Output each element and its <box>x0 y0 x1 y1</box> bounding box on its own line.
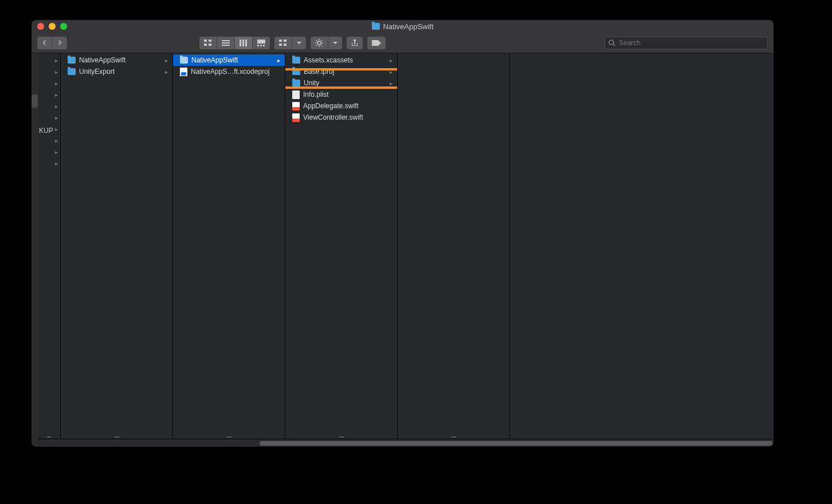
list-item[interactable]: AppDelegate.swift <box>285 100 397 112</box>
column-resize-handle[interactable] <box>227 436 231 438</box>
list-item[interactable]: Unity▸ <box>285 77 397 89</box>
list-item[interactable]: ▸ <box>38 112 60 123</box>
action-button[interactable] <box>311 37 328 49</box>
item-label: Assets.xcassets <box>304 56 386 64</box>
chevron-right-icon: ▸ <box>165 69 168 75</box>
sidebar-tag-yellow[interactable]: Yellow <box>32 273 38 286</box>
folder-icon <box>292 80 300 86</box>
sidebar-tag-red[interactable]: Red <box>32 313 38 326</box>
list-item[interactable]: Info.plist <box>285 89 397 100</box>
sidebar-item-home[interactable]: niels <box>32 81 38 94</box>
column-1[interactable]: NativeAppSwift▸ UnityExport▸ <box>61 53 173 439</box>
back-button[interactable] <box>37 37 52 49</box>
list-item[interactable]: NativeAppS…ft.xcodeproj <box>173 66 285 77</box>
sidebar-tag-orange[interactable]: Orange <box>32 286 38 300</box>
item-label: AppDelegate.swift <box>303 102 393 110</box>
sidebar-item-applications[interactable]: Applications <box>32 121 38 134</box>
content-area: Favourites Recents niels Documents Deskt… <box>32 53 774 447</box>
svg-rect-13 <box>263 45 265 46</box>
list-item[interactable]: Assets.xcassets▸ <box>285 54 397 66</box>
partial-text: KUP <box>39 127 53 135</box>
list-item[interactable]: ▸ <box>38 54 60 66</box>
sidebar-item-icloud[interactable]: iCloud Drive <box>32 178 38 199</box>
column-5[interactable] <box>510 53 774 439</box>
list-item[interactable]: ▸ <box>38 146 60 158</box>
list-item[interactable]: ▸ <box>38 66 60 77</box>
group-button[interactable] <box>274 37 292 49</box>
item-label: UnityExport <box>79 68 162 76</box>
svg-rect-4 <box>222 40 230 41</box>
tags-button[interactable] <box>367 37 386 49</box>
forward-button[interactable] <box>52 37 67 49</box>
folder-icon <box>371 23 379 30</box>
sidebar-item-computer[interactable]: Niels's Mac mini <box>32 199 38 230</box>
chevron-right-icon: ▸ <box>55 80 58 86</box>
folder-icon <box>292 68 300 75</box>
sidebar-item-documents[interactable]: Documents <box>32 94 38 108</box>
horizontal-scrollbar[interactable] <box>38 439 774 447</box>
list-item[interactable]: ▸ <box>38 135 60 146</box>
close-window-button[interactable] <box>37 23 44 30</box>
list-item[interactable]: NativeAppSwift▸ <box>173 54 285 66</box>
list-item[interactable]: Base.lproj▸ <box>285 66 397 77</box>
search-input[interactable] <box>619 39 764 47</box>
sidebar-item-downloads[interactable]: Downloads <box>32 147 38 160</box>
sidebar-item-airdrop[interactable]: AirDrop <box>32 134 38 147</box>
chevron-right-icon: ▸ <box>55 115 58 121</box>
list-item[interactable]: ▸ <box>38 158 60 169</box>
sidebar-item-desktop[interactable]: Desktop <box>32 108 38 121</box>
sidebar-tag-blue[interactable]: Blue <box>32 260 38 273</box>
item-label: NativeAppSwift <box>79 56 162 64</box>
svg-point-19 <box>609 40 614 45</box>
list-item[interactable]: ViewController.swift <box>285 112 397 123</box>
sidebar-item-network[interactable]: Network <box>32 230 38 243</box>
svg-rect-10 <box>257 40 265 44</box>
column-resize-handle[interactable] <box>339 436 344 438</box>
titlebar: NativeAppSwift <box>32 20 774 33</box>
maximize-window-button[interactable] <box>60 23 67 30</box>
xcodeproj-icon <box>180 68 187 76</box>
icon-view-button[interactable] <box>199 37 217 49</box>
list-item[interactable]: NativeAppSwift▸ <box>61 54 172 66</box>
item-label: Info.plist <box>303 90 393 99</box>
chevron-right-icon: ▸ <box>277 57 280 64</box>
sidebar-item-recents[interactable]: Recents <box>32 68 38 81</box>
svg-rect-15 <box>284 40 287 42</box>
chevron-right-icon: ▸ <box>55 103 58 109</box>
action-dropdown[interactable] <box>328 37 342 49</box>
chevron-right-icon: ▸ <box>55 69 58 75</box>
gallery-view-button[interactable] <box>253 37 270 49</box>
sidebar-tag-all[interactable]: All Tags… <box>32 326 38 348</box>
search-icon <box>609 40 615 46</box>
svg-rect-2 <box>204 44 207 46</box>
item-label: Unity <box>304 79 386 87</box>
list-item[interactable]: ▸ <box>38 89 60 100</box>
column-resize-handle[interactable] <box>47 436 52 438</box>
column-4[interactable] <box>398 53 510 439</box>
share-button[interactable] <box>347 37 363 49</box>
window-title: NativeAppSwift <box>371 22 433 31</box>
view-mode-group <box>199 37 270 49</box>
list-item[interactable]: UnityExport▸ <box>61 66 172 77</box>
column-resize-handle[interactable] <box>452 436 456 438</box>
sidebar-tag-green[interactable]: Green <box>32 300 38 313</box>
chevron-right-icon: ▸ <box>55 137 58 144</box>
arrange-dropdown[interactable] <box>292 37 306 49</box>
search-box[interactable] <box>605 37 768 49</box>
group-arrange-group <box>274 37 306 49</box>
column-resize-handle[interactable] <box>115 436 119 438</box>
list-view-button[interactable] <box>217 37 235 49</box>
minimize-window-button[interactable] <box>49 23 56 30</box>
list-item[interactable]: ▸ <box>38 77 60 89</box>
column-0[interactable]: KUP ▸ ▸ ▸ ▸ ▸ ▸ ▸ ▸ ▸ ▸ <box>38 53 61 439</box>
column-2[interactable]: NativeAppSwift▸ NativeAppS…ft.xcodeproj <box>173 53 285 439</box>
svg-rect-3 <box>209 44 211 46</box>
list-item[interactable]: ▸ <box>38 100 60 112</box>
svg-rect-5 <box>222 42 230 44</box>
column-3[interactable]: Assets.xcassets▸ Base.lproj▸ Unity▸ Info… <box>285 53 398 439</box>
sidebar-header-tags: Tags <box>32 249 38 260</box>
column-view-button[interactable] <box>235 37 253 49</box>
svg-rect-12 <box>260 45 262 46</box>
scrollbar-thumb[interactable] <box>260 441 772 446</box>
toolbar <box>32 33 774 53</box>
